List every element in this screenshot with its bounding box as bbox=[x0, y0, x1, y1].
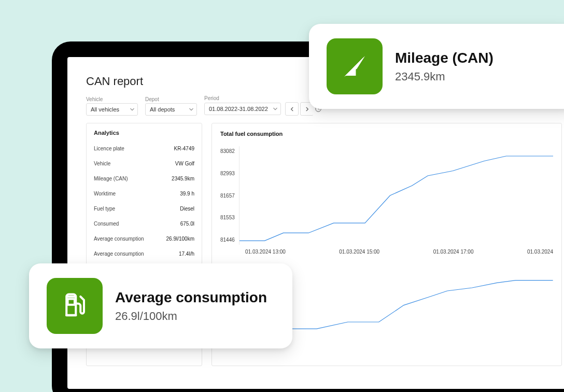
chart1-title: Total fuel consumption bbox=[220, 131, 553, 137]
vehicle-select-value: All vehicles bbox=[91, 106, 119, 113]
mileage-card-value: 2345.9km bbox=[395, 70, 494, 83]
chevron-down-icon bbox=[189, 107, 193, 111]
svg-rect-3 bbox=[65, 314, 77, 317]
period-select-value: 01.08.2022-31.08.2022 bbox=[209, 106, 268, 112]
kv-avgh: Average consumption17.4l/h bbox=[94, 246, 194, 261]
kv-avg100: Average consumption26.9l/100km bbox=[94, 231, 194, 246]
period-select[interactable]: 01.08.2022-31.08.2022 bbox=[204, 103, 281, 115]
period-prev-button[interactable] bbox=[285, 102, 299, 116]
chart1-yaxis: 83082 82993 81657 81553 81446 bbox=[220, 146, 239, 245]
kv-fueltype: Fuel typeDiesel bbox=[94, 201, 194, 216]
vehicle-filter-label: Vehicle bbox=[86, 96, 138, 102]
kv-consumed: Consumed675.0l bbox=[94, 216, 194, 231]
mileage-card-title: Mileage (CAN) bbox=[395, 49, 494, 66]
chart1-plot bbox=[239, 146, 553, 245]
depot-select[interactable]: All depots bbox=[145, 103, 197, 116]
chart1: 83082 82993 81657 81553 81446 bbox=[220, 146, 553, 245]
highlight-card-mileage: Mileage (CAN) 2345.9km bbox=[309, 24, 564, 109]
chevron-down-icon bbox=[273, 107, 277, 111]
kv-mileage: Mileage (CAN)2345.9km bbox=[94, 171, 194, 186]
kv-licence-plate: Licence plateKR-4749 bbox=[94, 141, 194, 156]
avg-card-value: 26.9l/100km bbox=[115, 310, 267, 323]
chart1-xaxis: 01.03.2024 13:00 01.03.2024 15:00 01.03.… bbox=[220, 249, 553, 255]
kv-worktime: Worktime39.9 h bbox=[94, 186, 194, 201]
navigation-arrow-icon bbox=[327, 38, 383, 94]
period-filter-label: Period bbox=[204, 95, 325, 101]
depot-filter-label: Depot bbox=[145, 96, 197, 102]
fuel-pump-icon bbox=[47, 278, 103, 334]
vehicle-select[interactable]: All vehicles bbox=[86, 103, 138, 116]
chevron-down-icon bbox=[130, 107, 134, 111]
highlight-card-avg-consumption: Average consumption 26.9l/100km bbox=[29, 263, 292, 348]
depot-select-value: All depots bbox=[150, 106, 175, 113]
kv-vehicle: VehicleVW Golf bbox=[94, 156, 194, 171]
avg-card-title: Average consumption bbox=[115, 289, 267, 306]
analytics-heading: Analytics bbox=[94, 130, 194, 136]
